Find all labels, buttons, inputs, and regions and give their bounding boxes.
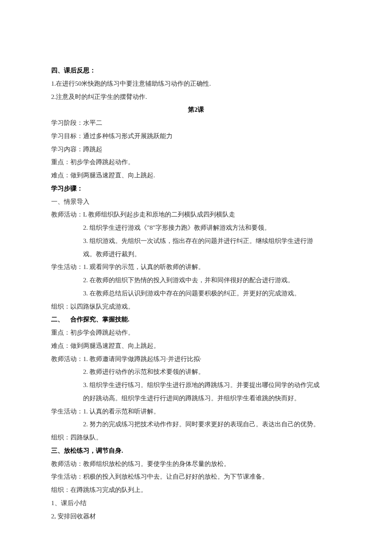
section3-heading: 三、放松练习，调节自身. [51, 444, 341, 457]
lesson-2-title: 第2课 [51, 103, 341, 116]
student-activity-2: 2. 在教师的组织下热情的投入到游戏中去，并和同伴很好的配合进行游戏。 [51, 274, 341, 287]
section4-heading: 四、课后反思： [51, 64, 341, 77]
key-point: 重点：初步学会蹲跳起动作。 [51, 156, 341, 169]
relax-org: 组织：在蹲跳练习完成的队列上。 [51, 483, 341, 497]
end-item-2: 2, 安排回收器材 [51, 510, 341, 523]
student-activity-b1: 学生活动：1. 认真的看示范和听讲解。 [51, 405, 341, 418]
teacher-activity-b3b: 的好跳动高。组织学生进行行进间的蹲跳练习。并组织学生看谁跳的快而好。 [51, 392, 341, 405]
learning-stage: 学习阶段：水平二 [51, 116, 341, 130]
learning-steps-heading: 学习步骤： [51, 182, 341, 195]
learning-content: 学习内容：蹲跳起 [51, 143, 341, 156]
key-point-2: 重点：初步学会蹲跳起动作。 [51, 326, 341, 339]
organization-1: 组织：以四路纵队完成游戏。 [51, 300, 341, 313]
student-activity-1: 学生活动：1. 观看同学的示范，认真的听教师的讲解。 [51, 260, 341, 274]
end-item-1: 1、课后小结 [51, 497, 341, 510]
section1-heading: 一、情景导入 [51, 195, 341, 208]
learning-goal: 学习目标：通过多种练习形式开展跳跃能力 [51, 130, 341, 143]
teacher-activity-1: 教师活动：L 教师组织队列起步走和原地的二列横队成四列横队走 [51, 208, 341, 221]
document-page: 四、课后反思： 1.在进行50米快跑的练习中要注意辅助练习动作的正确性. 2.注… [0, 0, 392, 548]
section2-heading: 二、 合作探究、掌握技能. [51, 313, 341, 326]
student-activity-b2: 2. 努力的完成练习把技术动作作好。同时要求更好的表现自己。表达出自己的优势。 [51, 418, 341, 431]
relax-teacher: 教师活动：教师组织放松的练习。要使学生的身体尽量的放松。 [51, 457, 341, 471]
teacher-activity-3b: 戏。教师进行裁判。 [51, 248, 341, 261]
difficult-point: 难点：做到两腿迅速蹬直、向上跳起. [51, 169, 341, 182]
teacher-activity-b2: 2. 教师进行动作的示范和技术要领的讲解。 [51, 365, 341, 379]
teacher-activity-b3a: 3. 组织学生进行练习。组织学生进行原地的蹲跳练习。并要提出哪位同学的动作完成 [51, 379, 341, 392]
teacher-activity-b1: 教师活动：1. 教师邀请同学做蹲跳起练习·并进行比拟· [51, 353, 341, 366]
teacher-activity-2: 2. 组织学生进行游戏《"8"字形接力跑》教师讲解游戏方法和要领。 [51, 221, 341, 234]
teacher-activity-3a: 3. 组织游戏。先组织一次试练，指出存在的问题并进行纠正。继续组织学生进行游 [51, 234, 341, 248]
reflection-item-2: 2.注意及时的纠正学生的摆臂动作. [51, 90, 341, 104]
reflection-item-1: 1.在进行50米快跑的练习中要注意辅助练习动作的正确性. [51, 77, 341, 90]
relax-student: 学生活动：积极的投入到放松练习中去。让自己好好的放松。为下节课准备。 [51, 470, 341, 483]
difficult-point-2: 难点：做到两腿迅速蹬直、向上跳起。 [51, 339, 341, 353]
student-activity-3: 3. 在教师总结后认识到游戏中存在的问题要积极的纠正。并更好的完成游戏。 [51, 287, 341, 300]
organization-2: 组织：四路纵队。 [51, 431, 341, 444]
